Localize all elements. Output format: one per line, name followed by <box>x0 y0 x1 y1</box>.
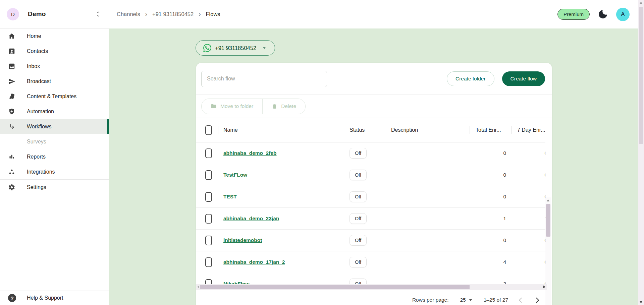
help-icon: ? <box>8 294 16 302</box>
folder-icon <box>211 103 217 109</box>
create-folder-button[interactable]: Create folder <box>447 71 494 86</box>
select-all-checkbox[interactable] <box>205 125 212 135</box>
moon-icon[interactable] <box>599 10 607 18</box>
table-row: TestFLow Off 0 0 <box>196 164 545 186</box>
flow-name-link[interactable]: initiatedemobot <box>223 237 262 243</box>
integrations-icon <box>8 168 15 176</box>
top-bar: D Demo Channels › +91 9311850452 › Flows… <box>0 0 644 28</box>
caret-down-icon <box>261 45 267 51</box>
templates-icon <box>8 93 15 100</box>
sidebar-item-content-templates[interactable]: Content & Templates <box>0 89 109 104</box>
sidebar-item-broadcast[interactable]: Broadcast <box>0 74 109 89</box>
flow-name-link[interactable]: abhinaba_demo_2feb <box>223 150 277 156</box>
workspace-switcher[interactable]: D Demo <box>0 0 109 28</box>
flow-name-link[interactable]: NikahFlow <box>223 281 250 284</box>
sidebar-item-home[interactable]: Home <box>0 28 109 44</box>
user-avatar[interactable]: A <box>616 8 630 21</box>
sidebar-item-settings[interactable]: Settings <box>0 180 109 195</box>
table-row: abhinaba_demo_2feb Off 0 0 <box>196 142 545 164</box>
table-row: TEST Off 0 0 <box>196 186 545 208</box>
table-body: abhinaba_demo_2feb Off 0 0 TestFLow Off … <box>196 142 545 284</box>
sidebar-item-inbox[interactable]: Inbox <box>0 59 109 74</box>
workspace-name: Demo <box>28 10 46 18</box>
automation-icon <box>8 108 15 115</box>
row-checkbox[interactable] <box>205 214 212 224</box>
sidebar-item-help-support[interactable]: ? Help & Support <box>0 291 109 305</box>
breadcrumb-flows: Flows <box>206 11 220 17</box>
column-header-status: Status <box>344 127 386 133</box>
status-badge: Off <box>350 235 367 246</box>
status-badge: Off <box>350 170 367 180</box>
bulk-actions-bar: Move to folder Delete <box>196 95 552 118</box>
table-header: Name Status Description Total Enr... 7 D… <box>196 118 545 142</box>
row-checkbox[interactable] <box>205 279 212 285</box>
app-window: D Demo Channels › +91 9311850452 › Flows… <box>0 0 644 305</box>
delete-button: Delete <box>262 99 305 114</box>
scroll-up-icon[interactable] <box>547 199 549 201</box>
inbox-icon <box>8 63 15 70</box>
sidebar-item-workflows[interactable]: Workflows <box>0 119 109 134</box>
flows-table: Name Status Description Total Enr... 7 D… <box>196 118 552 290</box>
flow-name-link[interactable]: abhinaba_demo_23jan <box>223 216 279 221</box>
trash-icon <box>272 104 277 109</box>
bulk-actions-group: Move to folder Delete <box>201 99 306 114</box>
sidebar: Home Contacts Inbox Broadcast Content & … <box>0 28 109 305</box>
total-enrolled-value: 0 <box>470 237 512 243</box>
row-checkbox[interactable] <box>205 236 212 245</box>
total-enrolled-value: 0 <box>470 194 512 200</box>
breadcrumb-channel-number[interactable]: +91 9311850452 <box>152 11 194 17</box>
row-checkbox[interactable] <box>205 257 212 267</box>
bar-chart-icon <box>8 153 15 161</box>
create-flow-button[interactable]: Create flow <box>502 71 545 86</box>
row-checkbox[interactable] <box>205 170 212 180</box>
row-checkbox[interactable] <box>205 192 212 202</box>
unfold-more-icon[interactable] <box>95 10 102 18</box>
total-enrolled-value: 0 <box>470 150 512 156</box>
sidebar-item-integrations[interactable]: Integrations <box>0 164 109 179</box>
seven-day-enrolled-value: 0 <box>544 150 545 156</box>
chevron-right-icon: › <box>199 11 201 17</box>
column-header-description: Description <box>386 127 470 133</box>
caret-down-icon <box>469 299 472 301</box>
breadcrumb: Channels › +91 9311850452 › Flows <box>117 0 220 28</box>
status-badge: Off <box>350 257 367 267</box>
scroll-up-icon[interactable] <box>640 2 642 4</box>
sidebar-item-automation[interactable]: Automation <box>0 104 109 119</box>
scroll-down-icon[interactable] <box>640 301 642 303</box>
horizontal-scrollbar-thumb[interactable] <box>200 285 470 289</box>
scroll-left-icon[interactable] <box>197 286 199 288</box>
page-scrollbar-thumb[interactable] <box>639 7 643 144</box>
breadcrumb-channels[interactable]: Channels <box>117 11 140 17</box>
flow-name-link[interactable]: TEST <box>223 194 237 199</box>
status-badge: Off <box>350 148 367 159</box>
contacts-icon <box>8 48 15 55</box>
table-row: initiatedemobot Off 0 0 <box>196 230 545 251</box>
vertical-scrollbar-thumb[interactable] <box>546 204 550 237</box>
sidebar-item-contacts[interactable]: Contacts <box>0 44 109 59</box>
rows-per-page-select[interactable]: 25 <box>460 297 472 303</box>
total-enrolled-value: 1 <box>470 216 512 222</box>
status-badge: Off <box>350 213 367 224</box>
table-row: NikahFlow Off 2 0 <box>196 273 545 284</box>
page-scrollbar[interactable] <box>638 0 644 305</box>
next-page-button[interactable] <box>534 297 539 303</box>
move-to-folder-button: Move to folder <box>202 99 262 114</box>
pagination-range: 1–25 of 27 <box>484 297 508 303</box>
gear-icon <box>8 184 15 191</box>
premium-badge[interactable]: Premium <box>557 9 590 20</box>
column-header-total-enrolled: Total Enr... <box>470 127 512 133</box>
flow-name-link[interactable]: TestFLow <box>223 172 247 178</box>
row-checkbox[interactable] <box>205 148 212 158</box>
scroll-right-icon[interactable] <box>543 286 545 288</box>
sidebar-item-reports[interactable]: Reports <box>0 149 109 164</box>
flow-name-link[interactable]: abhinaba_demo_17jan_2 <box>223 259 285 265</box>
table-row: abhinaba_demo_17jan_2 Off 4 0 <box>196 251 545 273</box>
flows-card: Create folder Create flow Move to folder… <box>196 63 552 305</box>
pagination-bar: Rows per page: 25 1–25 of 27 <box>196 291 552 303</box>
table-horizontal-scrollbar[interactable] <box>196 284 547 290</box>
channel-selector[interactable]: +91 9311850452 <box>196 40 275 56</box>
search-input[interactable] <box>201 71 327 87</box>
workspace-avatar: D <box>7 8 19 20</box>
subdirectory-arrow-icon <box>8 123 15 130</box>
main-content: +91 9311850452 Create folder Create flow… <box>109 28 644 305</box>
